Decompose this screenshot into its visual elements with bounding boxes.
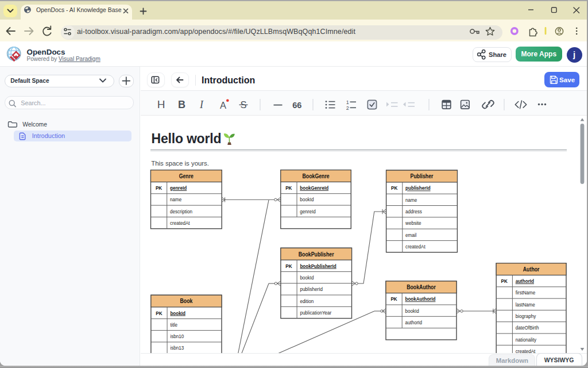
svg-text:createdAt: createdAt: [405, 243, 425, 250]
svg-text:name: name: [405, 197, 417, 203]
svg-text:address: address: [405, 208, 422, 214]
svg-text:66: 66: [292, 101, 301, 110]
svg-text:BookGenre: BookGenre: [303, 173, 330, 179]
svg-text:PK: PK: [156, 310, 162, 316]
svg-text:PK: PK: [390, 296, 397, 302]
svg-text:PK: PK: [156, 185, 162, 191]
svg-text:publisherId: publisherId: [300, 286, 323, 292]
svg-text:Author: Author: [523, 266, 540, 273]
svg-text:biography: biography: [516, 313, 536, 319]
svg-text:website: website: [405, 220, 421, 226]
svg-text:email: email: [405, 232, 416, 238]
svg-text:Genre: Genre: [179, 173, 194, 179]
svg-text:bookAuthorId: bookAuthorId: [405, 296, 436, 302]
svg-text:createdAt: createdAt: [516, 348, 536, 353]
svg-text:genreId: genreId: [170, 185, 187, 191]
svg-text:PK: PK: [501, 278, 508, 284]
svg-text:bookPublisherId: bookPublisherId: [300, 263, 336, 269]
svg-text:firstName: firstName: [516, 289, 536, 296]
svg-text:nationality: nationality: [516, 336, 537, 343]
svg-text:PK: PK: [285, 185, 292, 191]
svg-text:name: name: [170, 196, 181, 202]
svg-text:A: A: [220, 100, 226, 110]
svg-text:BookPublisher: BookPublisher: [299, 251, 334, 258]
svg-text:edition: edition: [300, 298, 314, 304]
svg-text:Publisher: Publisher: [411, 173, 434, 179]
svg-text:description: description: [170, 208, 192, 214]
svg-text:1: 1: [346, 99, 349, 105]
svg-text:I: I: [199, 99, 204, 110]
svg-text:createdAt: createdAt: [170, 220, 190, 226]
svg-text:publicationYear: publicationYear: [300, 309, 331, 316]
svg-text:H: H: [157, 98, 165, 110]
svg-text:authorId: authorId: [405, 319, 423, 325]
svg-text:2: 2: [346, 105, 349, 111]
svg-text:isbn10: isbn10: [170, 333, 184, 339]
svg-text:isbn13: isbn13: [170, 344, 184, 351]
svg-text:PK: PK: [391, 185, 397, 191]
svg-text:publisherId: publisherId: [405, 185, 431, 191]
svg-text:Book: Book: [180, 298, 193, 304]
svg-text:bookId: bookId: [405, 308, 419, 314]
svg-text:genreId: genreId: [300, 208, 315, 214]
svg-text:bookId: bookId: [300, 196, 314, 202]
svg-text:B: B: [178, 99, 185, 110]
svg-text:bookId: bookId: [300, 274, 314, 281]
svg-text:dateOfBirth: dateOfBirth: [516, 324, 539, 331]
svg-text:BookAuthor: BookAuthor: [407, 284, 436, 290]
svg-text:PK: PK: [285, 263, 292, 269]
svg-text:lastName: lastName: [516, 301, 535, 308]
svg-text:authorId: authorId: [516, 278, 534, 284]
svg-text:title: title: [170, 321, 177, 328]
svg-text:bookId: bookId: [170, 310, 185, 316]
svg-text:bookGenreId: bookGenreId: [300, 185, 328, 191]
